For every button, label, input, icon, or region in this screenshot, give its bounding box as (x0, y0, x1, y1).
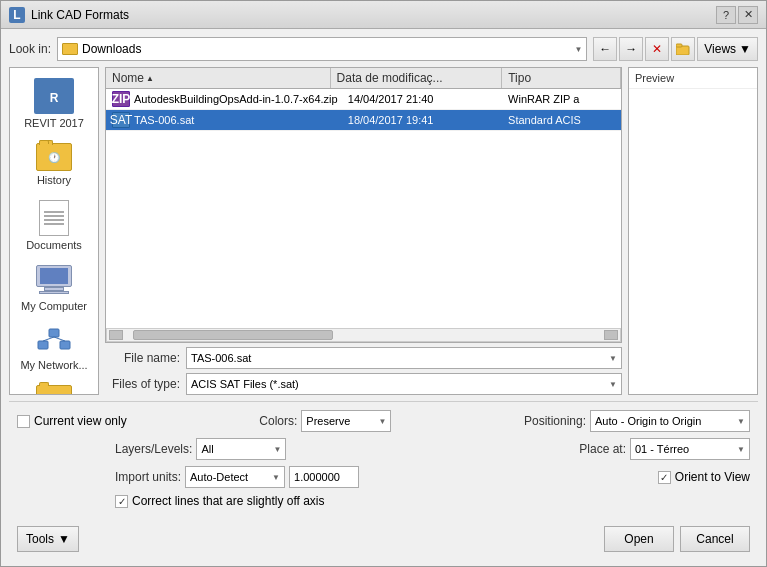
filetype-combo[interactable]: ACIS SAT Files (*.sat) ▼ (186, 373, 622, 395)
svg-rect-4 (38, 341, 48, 349)
close-button[interactable]: ✕ (738, 6, 758, 24)
file-name-cell: AutodeskBuildingOpsAdd-in-1.0.7-x64.zip (134, 93, 348, 105)
orient-to-view-group[interactable]: Orient to View (658, 470, 750, 484)
orient-to-view-checkbox[interactable] (658, 471, 671, 484)
import-units-value: Auto-Detect (190, 471, 272, 483)
import-units-arrow: ▼ (272, 473, 280, 482)
svg-rect-1 (676, 44, 682, 47)
back-button[interactable]: ← (593, 37, 617, 61)
layers-combo[interactable]: All ▼ (196, 438, 286, 460)
network-icon (35, 326, 73, 356)
look-in-value: Downloads (82, 42, 570, 56)
import-units-label: Import units: (115, 470, 181, 484)
tools-arrow: ▼ (58, 532, 70, 546)
bottom-options: Current view only Colors: Preserve ▼ Pos… (9, 401, 758, 516)
sidebar-history-label: History (37, 174, 71, 186)
look-in-arrow: ▼ (574, 45, 582, 54)
title-bar: L Link CAD Formats ? ✕ (1, 1, 766, 29)
filetype-label: Files of type: (105, 377, 180, 391)
sat-icon: SAT (112, 112, 130, 128)
bottom-actions: Tools ▼ Open Cancel (9, 522, 758, 558)
current-view-only-checkbox[interactable] (17, 415, 30, 428)
sidebar-network-label: My Network... (20, 359, 87, 371)
current-view-only-group[interactable]: Current view only (17, 414, 127, 428)
scroll-left-btn[interactable] (109, 330, 123, 340)
layers-value: All (201, 443, 273, 455)
filename-value: TAS-006.sat (191, 352, 609, 364)
table-row[interactable]: SAT TAS-006.sat 18/04/2017 19:41 Standar… (106, 110, 621, 131)
views-label: Views (704, 42, 736, 56)
scroll-right-btn[interactable] (604, 330, 618, 340)
views-button[interactable]: Views ▼ (697, 37, 758, 61)
svg-rect-6 (49, 329, 59, 337)
dialog-title: Link CAD Formats (31, 8, 716, 22)
open-cancel-group: Open Cancel (604, 526, 750, 552)
sidebar-item-my-computer[interactable]: My Computer (10, 259, 98, 318)
options-row-2: Layers/Levels: All ▼ Place at: 01 - Térr… (17, 438, 750, 460)
file-area-wrapper: Nome ▲ Data de modificaç... Tipo (105, 67, 622, 395)
options-row-4: Correct lines that are slightly off axis (17, 494, 750, 508)
fields-area: File name: TAS-006.sat ▼ Files of type: … (105, 347, 622, 395)
folder-icon (62, 43, 78, 55)
title-controls: ? ✕ (716, 6, 758, 24)
scroll-thumb[interactable] (133, 330, 333, 340)
tools-button[interactable]: Tools ▼ (17, 526, 79, 552)
col-header-date[interactable]: Data de modificaç... (331, 68, 503, 88)
link-cad-dialog: L Link CAD Formats ? ✕ Look in: Download… (0, 0, 767, 567)
positioning-combo[interactable]: Auto - Origin to Origin ▼ (590, 410, 750, 432)
filetype-arrow: ▼ (609, 380, 617, 389)
positioning-label: Positioning: (524, 414, 586, 428)
import-units-group: Import units: Auto-Detect ▼ (115, 466, 359, 488)
filetype-row: Files of type: ACIS SAT Files (*.sat) ▼ (105, 373, 622, 395)
layers-group: Layers/Levels: All ▼ (115, 438, 286, 460)
sidebar-item-revit-2017[interactable]: R REVIT 2017 (10, 72, 98, 135)
documents-icon (39, 200, 69, 236)
colors-label: Colors: (259, 414, 297, 428)
file-list: ZIP AutodeskBuildingOpsAdd-in-1.0.7-x64.… (106, 89, 621, 328)
svg-line-8 (54, 337, 65, 341)
zip-icon: ZIP (112, 91, 130, 107)
filename-combo[interactable]: TAS-006.sat ▼ (186, 347, 622, 369)
col-header-type[interactable]: Tipo (502, 68, 621, 88)
sidebar-revit-label: REVIT 2017 (24, 117, 84, 129)
dialog-icon: L (9, 7, 25, 23)
colors-arrow: ▼ (378, 417, 386, 426)
help-button[interactable]: ? (716, 6, 736, 24)
cancel-button[interactable]: Cancel (680, 526, 750, 552)
colors-group: Colors: Preserve ▼ (259, 410, 391, 432)
sidebar-item-my-network[interactable]: My Network... (10, 320, 98, 377)
filetype-value: ACIS SAT Files (*.sat) (191, 378, 609, 390)
orient-to-view-label: Orient to View (675, 470, 750, 484)
horizontal-scrollbar[interactable] (106, 328, 621, 342)
correct-lines-label: Correct lines that are slightly off axis (132, 494, 325, 508)
col-header-name[interactable]: Nome ▲ (106, 68, 331, 88)
open-button[interactable]: Open (604, 526, 674, 552)
svg-rect-5 (60, 341, 70, 349)
delete-button[interactable]: ✕ (645, 37, 669, 61)
current-view-only-label: Current view only (34, 414, 127, 428)
correct-lines-group[interactable]: Correct lines that are slightly off axis (115, 494, 325, 508)
sidebar-computer-label: My Computer (21, 300, 87, 312)
correct-lines-checkbox[interactable] (115, 495, 128, 508)
look-in-row: Look in: Downloads ▼ ← → ✕ Views ▼ (9, 37, 758, 61)
main-area: R REVIT 2017 🕐 History (9, 67, 758, 395)
table-row[interactable]: ZIP AutodeskBuildingOpsAdd-in-1.0.7-x64.… (106, 89, 621, 110)
options-row-3: Import units: Auto-Detect ▼ Orient to Vi… (17, 466, 750, 488)
layers-arrow: ▼ (273, 445, 281, 454)
forward-button[interactable]: → (619, 37, 643, 61)
preview-label: Preview (629, 68, 757, 89)
sidebar-item-history[interactable]: 🕐 History (10, 137, 98, 192)
sidebar-item-favorites[interactable]: ★ Favorites (10, 379, 98, 395)
sidebar-item-documents[interactable]: Documents (10, 194, 98, 257)
import-units-number[interactable] (289, 466, 359, 488)
file-date-cell: 18/04/2017 19:41 (348, 114, 508, 126)
file-type-cell: WinRAR ZIP a (508, 93, 615, 105)
colors-combo[interactable]: Preserve ▼ (301, 410, 391, 432)
history-icon: 🕐 (36, 143, 72, 171)
look-in-combo[interactable]: Downloads ▼ (57, 37, 587, 61)
place-at-arrow: ▼ (737, 445, 745, 454)
new-folder-button[interactable] (671, 37, 695, 61)
import-units-combo[interactable]: Auto-Detect ▼ (185, 466, 285, 488)
place-at-combo[interactable]: 01 - Térreo ▼ (630, 438, 750, 460)
computer-icon (34, 265, 74, 297)
